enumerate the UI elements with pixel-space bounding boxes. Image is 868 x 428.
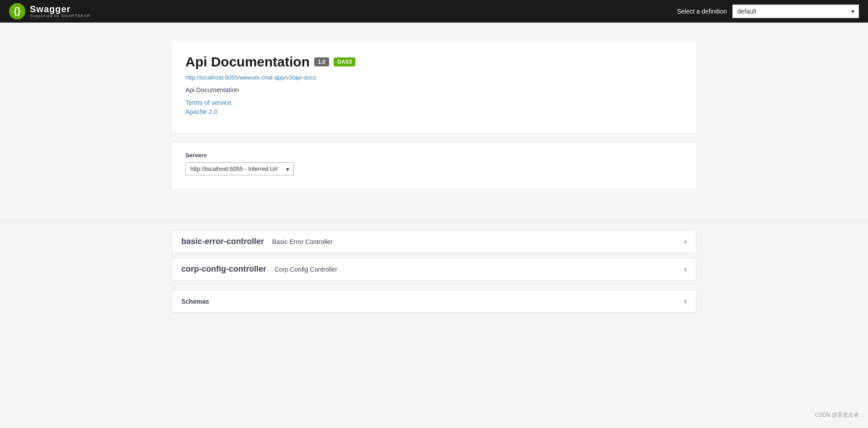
api-description: Api Documentation (185, 86, 683, 94)
controller-left-corp-config: corp-config-controller Corp Config Contr… (181, 264, 337, 274)
servers-section: Servers http://localhost:6055 - Inferred… (172, 143, 696, 189)
controller-name-corp-config: corp-config-controller (181, 264, 266, 274)
definition-select-wrapper[interactable]: default (732, 5, 859, 18)
main-content: Api Documentation 1.0 OAS3 http://localh… (163, 23, 705, 221)
api-title-row: Api Documentation 1.0 OAS3 (185, 54, 683, 70)
servers-label: Servers (185, 152, 683, 159)
oas3-badge: OAS3 (334, 57, 356, 66)
api-url-link[interactable]: http://localhost:6055/wework-chat-app/v3… (185, 74, 683, 81)
navbar: {} Swagger Supported by SMARTBEAR Select… (0, 0, 868, 23)
controller-desc-basic-error: Basic Error Controller (272, 238, 333, 245)
schemas-label: Schemas (181, 298, 209, 305)
chevron-right-icon-schemas: › (684, 296, 687, 306)
chevron-right-icon-corp-config: › (684, 264, 687, 274)
swagger-subtitle: Supported by SMARTBEAR (30, 14, 90, 18)
brand: {} Swagger Supported by SMARTBEAR (9, 3, 90, 19)
schemas-section: Schemas › (163, 290, 705, 313)
watermark: CSDN @零度念者 (815, 411, 859, 419)
swagger-title: Swagger (30, 5, 90, 14)
controllers-section: basic-error-controller Basic Error Contr… (163, 230, 705, 281)
license-link[interactable]: Apache 2.0 (185, 108, 683, 115)
controller-left-basic-error: basic-error-controller Basic Error Contr… (181, 237, 333, 246)
swagger-logo-icon: {} (9, 3, 25, 19)
controller-item-corp-config[interactable]: corp-config-controller Corp Config Contr… (172, 258, 696, 281)
select-definition-label: Select a definition (677, 8, 727, 15)
terms-of-service-link[interactable]: Terms of service (185, 99, 683, 106)
section-divider (0, 221, 868, 221)
controller-item-basic-error[interactable]: basic-error-controller Basic Error Contr… (172, 230, 696, 253)
chevron-right-icon-basic-error: › (684, 237, 687, 246)
controller-desc-corp-config: Corp Config Controller (274, 266, 337, 273)
watermark-text: CSDN @零度念者 (815, 412, 859, 418)
servers-select[interactable]: http://localhost:6055 - Inferred Url (185, 162, 294, 175)
version-badge: 1.0 (314, 57, 329, 66)
definition-select[interactable]: default (732, 5, 859, 18)
svg-text:{}: {} (14, 6, 21, 16)
servers-select-wrapper[interactable]: http://localhost:6055 - Inferred Url (185, 162, 294, 175)
navbar-right: Select a definition default (677, 5, 859, 18)
api-title: Api Documentation (185, 54, 310, 70)
api-info-section: Api Documentation 1.0 OAS3 http://localh… (172, 41, 696, 134)
schemas-item[interactable]: Schemas › (172, 290, 696, 313)
swagger-brand-text: Swagger Supported by SMARTBEAR (30, 5, 90, 18)
controller-name-basic-error: basic-error-controller (181, 237, 264, 246)
